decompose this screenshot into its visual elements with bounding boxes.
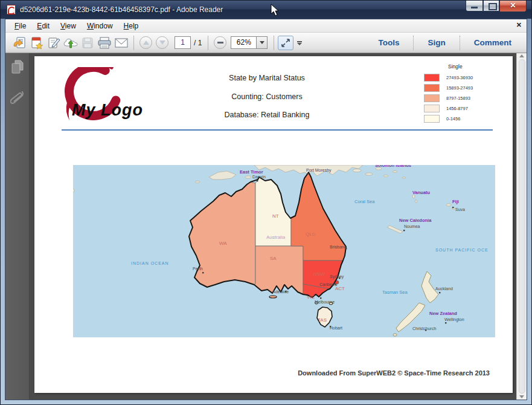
legend-swatch <box>424 74 440 82</box>
map-label-ocean: SOUTH PACIFIC OCE <box>435 248 489 252</box>
map-label-state: NSW <box>313 271 325 277</box>
legend-swatch <box>424 105 440 112</box>
pdf-page: My Logo State by Marital Status Counting… <box>34 56 513 393</box>
menu-bar: File Edit View Window Help ✕ <box>5 19 527 33</box>
menu-help[interactable]: Help <box>118 21 144 31</box>
city-dot <box>403 230 405 231</box>
close-button[interactable] <box>499 1 527 12</box>
next-page-button[interactable] <box>156 36 168 49</box>
legend-range-label: 0-1456 <box>446 116 460 122</box>
map-label-state: WA <box>219 241 227 246</box>
city-dot <box>257 180 258 181</box>
map-label-city: Suva <box>455 207 465 212</box>
map-label-state: VIC <box>307 294 315 300</box>
toolbar-more-chevron[interactable] <box>297 40 302 45</box>
map-label-city: Noumea <box>404 224 420 228</box>
fit-window-button[interactable] <box>278 36 293 50</box>
map-label-city: Port Moresby <box>306 168 332 173</box>
map-label-city: Wellington <box>444 317 464 322</box>
navigation-pane <box>5 53 30 400</box>
scroll-up-icon[interactable] <box>519 54 524 57</box>
choropleth-map: East TimorSolomon IslandsPort MoresbyVan… <box>73 165 495 337</box>
previous-page-button[interactable] <box>139 36 152 49</box>
legend-entry: 15893-27493 <box>424 83 508 93</box>
map-label-country: East Timor <box>240 169 263 175</box>
legend-entry: 0-1456 <box>424 114 508 124</box>
menu-window[interactable]: Window <box>82 21 118 31</box>
map-label-state: NT <box>272 213 279 219</box>
legend-title: Single <box>448 63 508 70</box>
city-dot <box>307 173 309 174</box>
document-view[interactable]: My Logo State by Marital Status Counting… <box>30 53 516 400</box>
report-title: State by Marital Status <box>185 74 348 82</box>
map-label-country: Fiji <box>452 199 459 204</box>
map-label-state: ACT <box>335 286 345 291</box>
attachments-paperclip-icon[interactable] <box>10 88 25 111</box>
map-label-state: QLD <box>306 232 316 237</box>
legend-swatch <box>424 84 440 92</box>
sign-tab[interactable]: Sign <box>417 38 455 47</box>
city-dot <box>320 297 321 299</box>
page-number-input[interactable]: 1 <box>175 36 191 49</box>
legend-entry: 27493-36930 <box>424 73 508 83</box>
tools-tab[interactable]: Tools <box>368 38 409 47</box>
download-attribution: Downloaded From SuperWEB2 © Space-Time R… <box>298 369 490 377</box>
legend-range-label: 1456-8797 <box>446 106 468 111</box>
city-dot <box>445 322 446 323</box>
map-label-sea: Coral Sea <box>354 199 375 204</box>
open-file-icon[interactable] <box>11 34 28 51</box>
kangaroo-island <box>269 296 277 298</box>
legend-entry: 8797-15893 <box>424 93 508 103</box>
zoom-out-button[interactable] <box>214 36 226 49</box>
map-label-state: TAS <box>318 317 327 323</box>
minimize-button[interactable] <box>466 1 483 11</box>
email-icon[interactable] <box>113 34 130 51</box>
city-dot <box>452 207 453 208</box>
scroll-down-icon[interactable] <box>519 395 524 398</box>
window-title: d5206d61-219e-423b-8442-61b46458397c.pdf… <box>20 5 223 14</box>
report-database: Database: Retail Banking <box>185 111 348 119</box>
map-label-city: Hobart <box>330 326 342 330</box>
comment-tab[interactable]: Comment <box>464 38 522 47</box>
legend-range-label: 27493-36930 <box>446 75 473 80</box>
legend-range-label: 15893-27493 <box>446 85 473 91</box>
report-counting: Counting: Customers <box>185 92 348 101</box>
maximize-button[interactable] <box>483 1 499 11</box>
map-label-country: Solomon Islands <box>375 165 411 168</box>
map-label-country: New Zealand <box>429 311 457 316</box>
menu-view[interactable]: View <box>55 21 82 31</box>
map-label-city: Melbourne <box>315 300 335 304</box>
city-dot <box>202 272 204 273</box>
zoom-dropdown-button[interactable] <box>257 36 268 49</box>
adobe-reader-window: d5206d61-219e-423b-8442-61b46458397c.pdf… <box>0 0 532 405</box>
pdf-file-icon <box>7 5 16 15</box>
map-label-city: Darwin <box>252 175 266 179</box>
state-sa[interactable] <box>254 246 303 294</box>
menubar-close-icon[interactable]: ✕ <box>516 21 522 29</box>
page-thumbnails-icon[interactable] <box>10 59 25 77</box>
legend-range-label: 8797-15893 <box>446 96 470 101</box>
save-icon[interactable] <box>79 34 96 51</box>
print-icon[interactable] <box>96 34 113 51</box>
map-label-nation: Australia <box>266 235 286 240</box>
legend-entries: 27493-3693015893-274938797-158931456-879… <box>424 73 508 124</box>
page-total-label: / 1 <box>194 39 202 47</box>
menu-edit[interactable]: Edit <box>31 21 55 31</box>
menu-file[interactable]: File <box>9 21 31 31</box>
title-bar[interactable]: d5206d61-219e-423b-8442-61b46458397c.pdf… <box>1 1 531 19</box>
map-label-country: Vanuatu <box>412 190 431 195</box>
cloud-upload-icon[interactable] <box>62 34 79 51</box>
zoom-level-input[interactable]: 62% <box>231 36 257 49</box>
vertical-scrollbar[interactable] <box>516 53 527 400</box>
map-label-ocean: INDIAN OCEAN <box>131 261 169 265</box>
tool-bar: 1 / 1 62% Tools <box>5 33 527 53</box>
map-label-city: Adelaide <box>272 290 289 294</box>
company-logo: My Logo <box>59 67 197 126</box>
map-label-city: Canberra <box>319 282 337 287</box>
create-pdf-icon[interactable] <box>28 34 45 51</box>
map-label-city: Sydney <box>330 274 344 279</box>
mouse-cursor <box>271 4 279 17</box>
map-legend: Single 27493-3693015893-274938797-158931… <box>424 63 508 124</box>
scrollbar-thumb[interactable] <box>519 59 525 394</box>
sign-document-icon[interactable] <box>45 34 62 51</box>
